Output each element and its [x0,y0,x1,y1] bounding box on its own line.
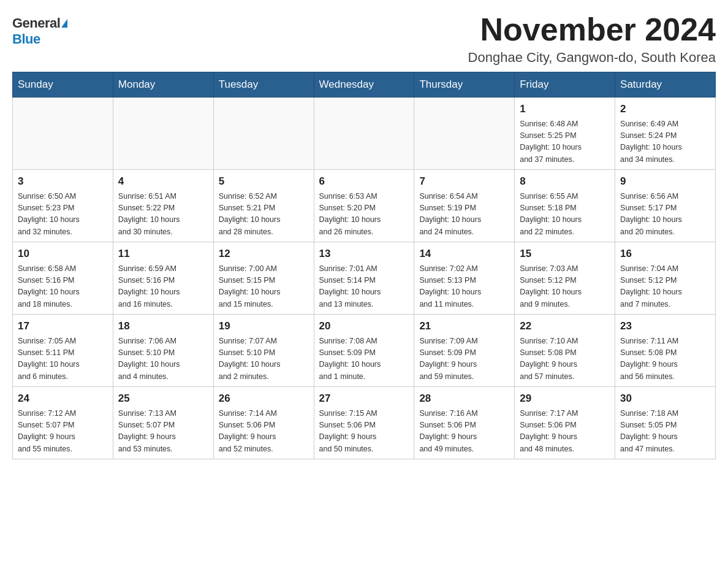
day-number: 27 [319,391,409,407]
day-number: 15 [520,246,610,262]
calendar-cell [13,98,113,170]
day-info: Sunrise: 6:50 AMSunset: 5:23 PMDaylight:… [18,191,108,239]
calendar-cell: 7Sunrise: 6:54 AMSunset: 5:19 PMDaylight… [414,170,515,242]
day-number: 1 [520,101,610,117]
day-info: Sunrise: 7:05 AMSunset: 5:11 PMDaylight:… [18,335,108,383]
calendar-cell: 1Sunrise: 6:48 AMSunset: 5:25 PMDaylight… [515,98,615,170]
calendar-header-row: SundayMondayTuesdayWednesdayThursdayFrid… [13,72,716,98]
day-info: Sunrise: 6:48 AMSunset: 5:25 PMDaylight:… [520,118,610,166]
calendar-cell [414,98,515,170]
calendar-cell: 8Sunrise: 6:55 AMSunset: 5:18 PMDaylight… [515,170,615,242]
day-info: Sunrise: 7:10 AMSunset: 5:08 PMDaylight:… [520,335,610,383]
calendar-cell: 15Sunrise: 7:03 AMSunset: 5:12 PMDayligh… [515,242,615,315]
day-number: 24 [18,391,108,407]
day-info: Sunrise: 7:02 AMSunset: 5:13 PMDaylight:… [419,263,509,311]
day-number: 19 [219,318,309,334]
main-title: November 2024 [468,12,716,47]
calendar-cell [113,98,213,170]
day-info: Sunrise: 7:09 AMSunset: 5:09 PMDaylight:… [419,335,509,383]
week-row-1: 1Sunrise: 6:48 AMSunset: 5:25 PMDaylight… [13,98,716,170]
header-sunday: Sunday [13,72,113,98]
logo-blue-text: Blue [12,31,40,47]
day-info: Sunrise: 7:12 AMSunset: 5:07 PMDaylight:… [18,408,108,456]
day-info: Sunrise: 7:15 AMSunset: 5:06 PMDaylight:… [319,408,409,456]
calendar-cell: 25Sunrise: 7:13 AMSunset: 5:07 PMDayligh… [113,387,213,459]
day-number: 9 [620,174,710,190]
calendar-cell: 9Sunrise: 6:56 AMSunset: 5:17 PMDaylight… [615,170,716,242]
header-monday: Monday [113,72,213,98]
day-number: 2 [620,101,710,117]
calendar-cell: 22Sunrise: 7:10 AMSunset: 5:08 PMDayligh… [515,315,615,387]
day-number: 11 [118,246,208,262]
calendar-cell: 19Sunrise: 7:07 AMSunset: 5:10 PMDayligh… [213,315,314,387]
day-number: 28 [419,391,509,407]
logo-triangle-icon [61,19,67,28]
calendar-cell: 26Sunrise: 7:14 AMSunset: 5:06 PMDayligh… [213,387,314,459]
day-info: Sunrise: 6:53 AMSunset: 5:20 PMDaylight:… [319,191,409,239]
calendar-cell: 30Sunrise: 7:18 AMSunset: 5:05 PMDayligh… [615,387,716,459]
day-info: Sunrise: 7:16 AMSunset: 5:06 PMDaylight:… [419,408,509,456]
day-number: 16 [620,246,710,262]
calendar-cell [314,98,414,170]
header-wednesday: Wednesday [314,72,414,98]
day-info: Sunrise: 7:14 AMSunset: 5:06 PMDaylight:… [219,408,309,456]
day-number: 6 [319,174,409,190]
day-info: Sunrise: 7:07 AMSunset: 5:10 PMDaylight:… [219,335,309,383]
day-info: Sunrise: 7:04 AMSunset: 5:12 PMDaylight:… [620,263,710,311]
calendar-cell: 10Sunrise: 6:58 AMSunset: 5:16 PMDayligh… [13,242,113,315]
header-thursday: Thursday [414,72,515,98]
day-number: 30 [620,391,710,407]
calendar-cell: 16Sunrise: 7:04 AMSunset: 5:12 PMDayligh… [615,242,716,315]
day-number: 14 [419,246,509,262]
calendar-cell: 6Sunrise: 6:53 AMSunset: 5:20 PMDaylight… [314,170,414,242]
calendar-cell: 5Sunrise: 6:52 AMSunset: 5:21 PMDaylight… [213,170,314,242]
day-info: Sunrise: 6:52 AMSunset: 5:21 PMDaylight:… [219,191,309,239]
header-friday: Friday [515,72,615,98]
calendar-cell: 24Sunrise: 7:12 AMSunset: 5:07 PMDayligh… [13,387,113,459]
calendar-cell: 12Sunrise: 7:00 AMSunset: 5:15 PMDayligh… [213,242,314,315]
day-number: 29 [520,391,610,407]
day-number: 7 [419,174,509,190]
logo-general-text: General [12,15,60,31]
day-info: Sunrise: 7:08 AMSunset: 5:09 PMDaylight:… [319,335,409,383]
day-info: Sunrise: 7:06 AMSunset: 5:10 PMDaylight:… [118,335,208,383]
calendar-table: SundayMondayTuesdayWednesdayThursdayFrid… [12,72,716,459]
day-number: 10 [18,246,108,262]
calendar-cell: 3Sunrise: 6:50 AMSunset: 5:23 PMDaylight… [13,170,113,242]
day-number: 12 [219,246,309,262]
calendar-cell: 29Sunrise: 7:17 AMSunset: 5:06 PMDayligh… [515,387,615,459]
header: General Blue November 2024 Donghae City,… [12,12,716,66]
day-number: 23 [620,318,710,334]
calendar-cell: 23Sunrise: 7:11 AMSunset: 5:08 PMDayligh… [615,315,716,387]
day-number: 22 [520,318,610,334]
day-number: 20 [319,318,409,334]
day-info: Sunrise: 6:58 AMSunset: 5:16 PMDaylight:… [18,263,108,311]
day-number: 21 [419,318,509,334]
week-row-5: 24Sunrise: 7:12 AMSunset: 5:07 PMDayligh… [13,387,716,459]
subtitle: Donghae City, Gangwon-do, South Korea [468,50,716,66]
calendar-cell: 13Sunrise: 7:01 AMSunset: 5:14 PMDayligh… [314,242,414,315]
logo: General Blue [12,12,67,47]
calendar-cell: 2Sunrise: 6:49 AMSunset: 5:24 PMDaylight… [615,98,716,170]
day-info: Sunrise: 6:56 AMSunset: 5:17 PMDaylight:… [620,191,710,239]
day-info: Sunrise: 7:13 AMSunset: 5:07 PMDaylight:… [118,408,208,456]
day-info: Sunrise: 6:55 AMSunset: 5:18 PMDaylight:… [520,191,610,239]
calendar-cell: 27Sunrise: 7:15 AMSunset: 5:06 PMDayligh… [314,387,414,459]
calendar-cell: 21Sunrise: 7:09 AMSunset: 5:09 PMDayligh… [414,315,515,387]
day-number: 5 [219,174,309,190]
day-number: 18 [118,318,208,334]
calendar-cell: 14Sunrise: 7:02 AMSunset: 5:13 PMDayligh… [414,242,515,315]
header-tuesday: Tuesday [213,72,314,98]
header-saturday: Saturday [615,72,716,98]
day-info: Sunrise: 6:59 AMSunset: 5:16 PMDaylight:… [118,263,208,311]
calendar-cell: 11Sunrise: 6:59 AMSunset: 5:16 PMDayligh… [113,242,213,315]
week-row-3: 10Sunrise: 6:58 AMSunset: 5:16 PMDayligh… [13,242,716,315]
day-info: Sunrise: 6:49 AMSunset: 5:24 PMDaylight:… [620,118,710,166]
calendar-cell: 20Sunrise: 7:08 AMSunset: 5:09 PMDayligh… [314,315,414,387]
calendar-cell: 18Sunrise: 7:06 AMSunset: 5:10 PMDayligh… [113,315,213,387]
day-number: 4 [118,174,208,190]
calendar-cell: 28Sunrise: 7:16 AMSunset: 5:06 PMDayligh… [414,387,515,459]
day-info: Sunrise: 7:03 AMSunset: 5:12 PMDaylight:… [520,263,610,311]
day-number: 26 [219,391,309,407]
day-info: Sunrise: 6:54 AMSunset: 5:19 PMDaylight:… [419,191,509,239]
